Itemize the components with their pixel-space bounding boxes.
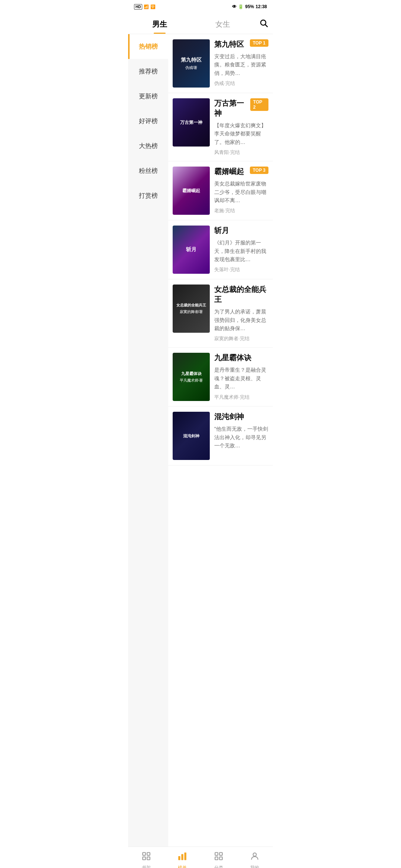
book-desc-3: 美女总裁嫁给世家废物二少爷，受尽白眼与嘲讽却不离…: [214, 180, 268, 204]
ranking-icon: [177, 851, 187, 863]
main-container: 热销榜 推荐榜 更新榜 好评榜 大热榜 粉丝榜 打赏榜 第九特区 伪戒/著 第九…: [128, 34, 273, 846]
clock: 12:38: [255, 4, 267, 9]
svg-rect-7: [182, 854, 183, 860]
book-info-2: 万古第一神 TOP 2 【年度火爆玄幻爽文】李天命做梦都要笑醒了。他家的… 风青…: [214, 98, 268, 156]
book-cover-3: 霸婿崛起: [173, 167, 210, 215]
book-desc-2: 【年度火爆玄幻爽文】李天命做梦都要笑醒了。他家的…: [214, 121, 268, 146]
list-item[interactable]: 九星霸体诀 平凡魔术师·著 九星霸体诀 是丹帝重生？是融合灵魂？被盗走灵根、灵血…: [168, 348, 273, 407]
signal-icon: 📶: [144, 4, 149, 9]
cover-title: 斩月: [186, 246, 196, 253]
svg-rect-12: [219, 857, 222, 860]
book-title-3: 霸婿崛起: [214, 167, 244, 177]
svg-rect-2: [143, 852, 146, 855]
cover-title: 第九特区: [181, 56, 202, 64]
rank-badge-2: TOP 2: [250, 98, 268, 111]
shelf-icon: [141, 851, 151, 863]
book-meta-3: 老施·完结: [214, 207, 268, 214]
search-icon: [259, 19, 268, 27]
search-button[interactable]: [254, 19, 273, 32]
top-tab-bar: 男生 女生: [128, 13, 273, 34]
list-item[interactable]: 斩月 斩月 《幻月》开服的第一天，降生在新手村的我发现包裹里比… 失落叶·完结: [168, 220, 273, 279]
sidebar-item-recommend[interactable]: 推荐榜: [128, 59, 168, 84]
svg-rect-5: [147, 857, 150, 860]
book-cover-2: 万古第一神: [173, 98, 210, 147]
cover-author: 伪戒/著: [185, 65, 198, 70]
book-meta-6: 平凡魔术师·完结: [214, 394, 268, 401]
status-right: 👁 🔋 95% 12:38: [232, 4, 267, 9]
sidebar: 热销榜 推荐榜 更新榜 好评榜 大热榜 粉丝榜 打赏榜: [128, 34, 168, 846]
svg-rect-11: [215, 857, 218, 860]
book-meta-4: 失落叶·完结: [214, 266, 268, 273]
cover-title: 霸婿崛起: [182, 188, 200, 194]
cover-author-6: 平凡魔术师·著: [180, 378, 203, 383]
hd-badge: HD: [134, 4, 142, 10]
cover-title: 女总裁的全能兵王: [176, 303, 206, 308]
svg-rect-4: [143, 857, 146, 860]
list-item[interactable]: 女总裁的全能兵王 寂寞的舞者/著 女总裁的全能兵王 为了男人的承诺，萧晨强势回归…: [168, 279, 273, 348]
book-cover-4: 斩月: [173, 226, 210, 274]
book-cover-7: 混沌剑神: [173, 412, 210, 460]
cover-author-5: 寂寞的舞者/著: [180, 309, 203, 315]
mine-icon: [250, 851, 260, 863]
nav-item-shelf[interactable]: 书架: [128, 850, 164, 868]
cover-title: 混沌剑神: [183, 433, 199, 439]
status-left: HD 📶 🛜: [134, 4, 156, 10]
list-item[interactable]: 万古第一神 万古第一神 TOP 2 【年度火爆玄幻爽文】李天命做梦都要笑醒了。他…: [168, 93, 273, 161]
tab-male[interactable]: 男生: [128, 16, 191, 34]
wifi-icon: 🛜: [150, 4, 156, 9]
sidebar-item-hot[interactable]: 热销榜: [128, 34, 168, 59]
book-info-1: 第九特区 TOP 1 灾变过后，大地满目疮痍。粮食匮乏，资源紧俏，局势… 伪戒·…: [214, 39, 268, 87]
book-cover-6: 九星霸体诀 平凡魔术师·著: [173, 353, 210, 401]
shelf-label: 书架: [142, 865, 151, 868]
book-title-row-1: 第九特区 TOP 1: [214, 39, 268, 49]
book-desc-4: 《幻月》开服的第一天，降生在新手村的我发现包裹里比…: [214, 239, 268, 263]
rank-badge-3: TOP 3: [250, 167, 268, 174]
svg-rect-3: [147, 852, 150, 855]
book-info-5: 女总裁的全能兵王 为了男人的承诺，萧晨强势回归，化身美女总裁的贴身保… 寂寞的舞…: [214, 285, 268, 342]
battery-icon: 🔋: [238, 4, 244, 9]
book-title-5: 女总裁的全能兵王: [214, 285, 268, 305]
book-title-1: 第九特区: [214, 39, 244, 49]
book-desc-7: "他生而无敌，一手快剑法出神入化，却寻见另一个无敌…: [214, 425, 268, 450]
book-desc-1: 灾变过后，大地满目疮痍。粮食匮乏，资源紧俏，局势…: [214, 52, 268, 77]
book-list: 第九特区 伪戒/著 第九特区 TOP 1 灾变过后，大地满目疮痍。粮食匮乏，资源…: [168, 34, 273, 846]
sidebar-item-fans[interactable]: 粉丝榜: [128, 158, 168, 183]
book-title-4: 斩月: [214, 226, 229, 236]
status-bar: HD 📶 🛜 👁 🔋 95% 12:38: [128, 0, 273, 13]
list-item[interactable]: 第九特区 伪戒/著 第九特区 TOP 1 灾变过后，大地满目疮痍。粮食匮乏，资源…: [168, 34, 273, 93]
book-cover-1: 第九特区 伪戒/著: [173, 39, 210, 88]
book-meta-2: 风青阳·完结: [214, 149, 268, 156]
battery-percent: 95%: [245, 4, 254, 9]
list-item[interactable]: 混沌剑神 混沌剑神 "他生而无敌，一手快剑法出神入化，却寻见另一个无敌…: [168, 407, 273, 466]
rank-badge-1: TOP 1: [250, 39, 268, 47]
svg-point-13: [253, 853, 257, 856]
svg-rect-9: [215, 852, 218, 855]
svg-line-1: [265, 24, 268, 27]
list-item[interactable]: 霸婿崛起 霸婿崛起 TOP 3 美女总裁嫁给世家废物二少爷，受尽白眼与嘲讽却不离…: [168, 161, 273, 220]
book-title-row-4: 斩月: [214, 226, 268, 236]
eye-icon: 👁: [232, 4, 237, 9]
sidebar-item-reward[interactable]: 打赏榜: [128, 183, 168, 208]
nav-item-mine[interactable]: 我的: [237, 850, 273, 868]
cover-title: 九星霸体诀: [181, 371, 202, 377]
sidebar-item-good[interactable]: 好评榜: [128, 109, 168, 134]
book-title-row-3: 霸婿崛起 TOP 3: [214, 167, 268, 177]
category-label: 分类: [214, 865, 223, 868]
nav-item-ranking[interactable]: 榜单: [164, 850, 201, 868]
nav-item-category[interactable]: 分类: [200, 850, 237, 868]
book-info-4: 斩月 《幻月》开服的第一天，降生在新手村的我发现包裹里比… 失落叶·完结: [214, 226, 268, 273]
book-title-row-2: 万古第一神 TOP 2: [214, 98, 268, 118]
cover-title: 万古第一神: [180, 119, 202, 126]
sidebar-item-popular[interactable]: 大热榜: [128, 134, 168, 158]
book-title-row-5: 女总裁的全能兵王: [214, 285, 268, 305]
ranking-label: 榜单: [178, 865, 187, 868]
book-title-row-7: 混沌剑神: [214, 412, 268, 422]
mine-label: 我的: [250, 865, 259, 868]
book-cover-5: 女总裁的全能兵王 寂寞的舞者/著: [173, 285, 210, 333]
sidebar-item-update[interactable]: 更新榜: [128, 84, 168, 109]
book-title-7: 混沌剑神: [214, 412, 244, 422]
tab-female[interactable]: 女生: [191, 16, 254, 34]
book-info-6: 九星霸体诀 是丹帝重生？是融合灵魂？被盗走灵根、灵血、灵… 平凡魔术师·完结: [214, 353, 268, 400]
category-icon: [214, 851, 224, 863]
book-title-2: 万古第一神: [214, 98, 250, 118]
